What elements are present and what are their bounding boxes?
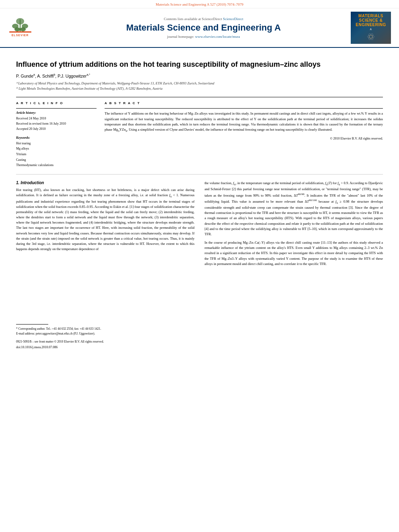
article-info-header: A R T I C L E I N F O [16,101,97,105]
article-info-divider [16,108,97,109]
mse-decorative-icon [365,32,377,42]
svg-point-5 [14,27,20,31]
journal-homepage: journal homepage: www.elsevier.com/locat… [56,35,351,39]
content-area: Influence of yttrium additions on the ho… [0,48,399,355]
keyword-4: Casting [16,157,97,163]
homepage-url[interactable]: www.elsevier.com/locate/msea [195,35,240,39]
doi-line: doi:10.1016/j.msea.2010.07.086 [16,345,195,349]
keyword-2: Mg alloys [16,146,97,152]
affiliations: ᵃ Laboratory of Metal Physics and Techno… [16,81,383,91]
elsevier-logo-area: ELSEVIER [8,17,56,39]
intro-section-title: 1. Introduction [16,181,195,185]
accepted-date: Accepted 20 July 2010 [16,127,97,132]
corresponding-author-note: * Corresponding author. Tel.: +41 44 632… [16,327,195,331]
mse-logo-box: MATERIALS SCIENCE & ENGINEERING A [351,12,391,44]
body-left-col: 1. Introduction Hot tearing (HT), also k… [16,181,195,349]
info-abstract-section: A R T I C L E I N F O Article history: R… [16,101,383,168]
abstract-text: The influence of Y additions on the hot … [105,111,383,133]
author-sup-b: b [53,73,55,76]
journal-ref-text: Materials Science and Engineering A 527 … [156,2,243,6]
received-date: Received 24 May 2010 [16,116,97,121]
keyword-3: Yttrium [16,152,97,157]
journal-reference-bar: Materials Science and Engineering A 527 … [0,0,399,8]
abstract-divider [105,108,383,109]
article-info-col: A R T I C L E I N F O Article history: R… [16,101,97,168]
author-gunde: P. Gunde [16,74,33,78]
author-sup-a: a [33,73,35,76]
intro-left-text: Hot tearing (HT), also known as hot crac… [16,187,195,252]
svg-text:ELSEVIER: ELSEVIER [11,34,29,37]
authors-line: P. Gundea, A. Schifflb, P.J. Uggowitzera… [16,73,383,78]
body-divider [16,174,383,175]
footnote-area: * Corresponding author. Tel.: +41 44 632… [16,324,195,336]
revised-date: Received in revised form 16 July 2010 [16,121,97,127]
keywords-label: Keywords: [16,136,97,140]
body-section: 1. Introduction Hot tearing (HT), also k… [16,181,383,349]
svg-point-6 [20,27,26,31]
history-label: Article history: [16,111,97,115]
intro-right-text-2: In the course of producing Mg–Zn–Ca(–Y) … [205,240,383,267]
issn-line: 0921-5093/$ – see front matter © 2010 El… [16,340,195,343]
intro-right-text-1: the volume fraction, fS, in the temperat… [205,181,383,237]
affiliation-a: ᵃ Laboratory of Metal Physics and Techno… [16,81,383,86]
copyright-line: © 2010 Elsevier B.V. All rights reserved… [105,137,383,140]
svg-point-9 [368,35,374,39]
journal-title: Materials Science and Engineering A [56,23,351,33]
journal-title-area: Contents lists available at ScienceDirec… [56,17,351,39]
abstract-header: A B S T R A C T [105,101,383,105]
header-divider [16,97,383,97]
abstract-col: A B S T R A C T The influence of Y addit… [105,101,383,168]
article-title: Influence of yttrium additions on the ho… [16,60,383,69]
author-schiffl: A. Schiffl [37,74,53,78]
journal-header: ELSEVIER Contents lists available at Sci… [0,8,399,48]
mse-logo-subtitle: A [370,28,372,31]
svg-rect-0 [9,31,31,33]
sciencedirect-line: Contents lists available at ScienceDirec… [56,17,351,21]
email-note: E-mail address: peter.uggowitzer@mat.eth… [16,331,195,336]
svg-point-2 [16,18,24,25]
issn-doi-area: 0921-5093/$ – see front matter © 2010 El… [16,340,195,349]
keyword-5: Thermodynamic calculations [16,162,97,168]
sciencedirect-link[interactable]: ScienceDirect [223,17,243,21]
author-uggowitzer: P.J. Uggowitzer [58,74,86,78]
keyword-1: Hot tearing [16,141,97,146]
elsevier-tree-icon: ELSEVIER [9,17,31,37]
affiliation-b: ᵇ Light Metals Technologies Ranshofen, A… [16,86,383,91]
body-right-col: the volume fraction, fS, in the temperat… [205,181,383,349]
mse-logo-text: MATERIALS SCIENCE & ENGINEERING [356,14,386,27]
footnote-rule [16,324,48,325]
author-sup-a2: a,* [86,73,90,76]
